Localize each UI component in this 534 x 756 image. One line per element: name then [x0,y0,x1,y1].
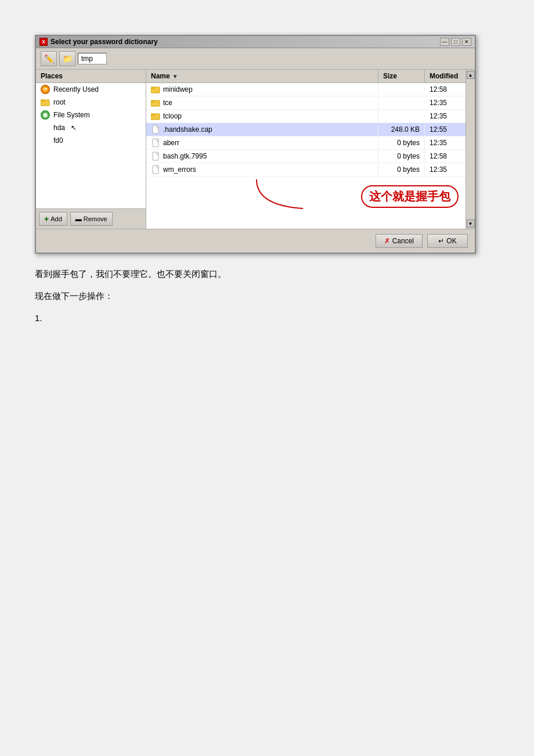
annotation-svg [164,177,396,229]
files-list: minidwep 12:58 tce [146,83,466,229]
place-label-file-system: File System [53,111,90,119]
scroll-up-button[interactable]: ▲ [467,71,475,79]
dialog-footer: ✗ Cancel ↵ OK [36,229,475,253]
root-folder-icon [41,98,50,107]
svg-rect-9 [153,139,158,147]
place-item-root[interactable]: root [36,96,146,109]
place-item-file-system[interactable]: ◉ File System [36,109,146,121]
file-size-cell-handshake: 248.0 KB [378,124,425,135]
file-modified-cell-bash-gtk: 12:58 [425,150,466,162]
file-row-tce[interactable]: tce 12:35 [146,96,466,110]
file-modified-cell-handshake: 12:55 [425,124,466,135]
col-header-size[interactable]: Size [378,70,425,82]
pencil-button[interactable]: ✏️ [41,51,57,66]
svg-rect-11 [153,165,158,174]
file-icon-wm-errors [151,165,160,174]
file-name-text-handshake: .handshake.cap [163,125,212,134]
file-name-text-aberr: aberr [163,139,179,147]
cursor-icon: ↖ [71,124,77,132]
file-name-text-minidwep: minidwep [163,85,193,93]
file-name-text-tce: tce [163,99,172,107]
fd0-icon [41,136,50,145]
file-name-cell-aberr: aberr [146,136,378,149]
place-label-root: root [53,98,66,106]
cancel-label: Cancel [392,237,414,245]
file-size-cell-bash-gtk: 0 bytes [378,150,425,162]
body-text: 看到握手包了，我们不要理它。也不要关闭窗口。 现在做下一步操作： 1. [35,265,499,327]
body-line-2: 现在做下一步操作： [35,287,499,305]
files-header: Name ▼ Size Modified [146,70,466,83]
sort-arrow-icon: ▼ [172,73,178,80]
cancel-button[interactable]: ✗ Cancel [376,234,423,248]
remove-button[interactable]: ▬ Remove [70,212,113,226]
body-line-1: 看到握手包了，我们不要理它。也不要关闭窗口。 [35,265,499,283]
file-row-bash-gtk[interactable]: bash.gtk.7995 0 bytes 12:58 [146,150,466,163]
file-row-handshake[interactable]: .handshake.cap 248.0 KB 12:55 [146,123,466,136]
annotation-bubble: 这个就是握手包 [361,185,459,208]
close-button[interactable]: ✕ [462,38,471,46]
file-modified-cell-aberr: 12:35 [425,137,466,149]
folder-icon-tce [151,98,160,107]
col-header-modified[interactable]: Modified [425,70,466,82]
cancel-icon: ✗ [384,237,390,245]
svg-rect-10 [153,152,158,160]
file-name-cell-wm-errors: wm_errors [146,163,378,176]
ok-button[interactable]: ↵ OK [427,234,468,248]
file-size-cell-minidwep [378,88,425,91]
svg-rect-8 [153,125,158,134]
pencil-icon: ✏️ [44,54,54,63]
add-label: Add [50,215,62,222]
recently-used-icon: ⟳ [41,85,50,94]
file-name-cell-minidwep: minidwep [146,83,378,96]
ok-label: OK [446,237,456,245]
titlebar: X Select your password dictionary — □ ✕ [36,36,475,48]
dialog-title-text: Select your password dictionary [50,38,158,46]
remove-icon: ▬ [75,215,82,222]
col-header-name[interactable]: Name ▼ [146,70,378,82]
place-item-fd0[interactable]: fd0 [36,134,146,147]
place-label-hda: hda [53,124,65,132]
file-modified-cell-wm-errors: 12:35 [425,164,466,175]
file-name-cell-tce: tce [146,96,378,109]
file-name-cell-handshake: .handshake.cap [146,123,378,136]
file-row-wm-errors[interactable]: wm_errors 0 bytes 12:35 [146,163,466,177]
dialog-title-area: X Select your password dictionary [39,38,158,46]
file-chooser-dialog: X Select your password dictionary — □ ✕ … [35,35,476,254]
file-row-tcloop[interactable]: tcloop 12:35 [146,110,466,123]
minimize-button[interactable]: — [440,38,449,46]
remove-label: Remove [84,215,107,222]
file-modified-cell-tcloop: 12:35 [425,110,466,122]
file-name-cell-bash-gtk: bash.gtk.7995 [146,150,378,163]
file-size-cell-tcloop [378,114,425,118]
folder-icon: 📁 [63,54,73,63]
file-name-text-tcloop: tcloop [163,112,182,120]
folder-up-button[interactable]: 📁 [59,51,75,66]
file-name-text-bash-gtk: bash.gtk.7995 [163,152,207,160]
ok-icon: ↵ [438,237,444,245]
file-row-minidwep[interactable]: minidwep 12:58 [146,83,466,96]
file-size-cell-wm-errors: 0 bytes [378,164,425,175]
file-system-icon: ◉ [41,110,50,120]
svg-rect-3 [151,87,154,89]
add-icon: + [44,214,49,224]
file-name-cell-tcloop: tcloop [146,110,378,123]
add-button[interactable]: + Add [39,212,67,226]
file-icon-aberr [151,138,160,147]
folder-icon-minidwep [151,85,160,94]
place-item-recently-used[interactable]: ⟳ Recently Used [36,83,146,96]
svg-rect-1 [41,100,44,102]
place-label-fd0: fd0 [53,136,63,145]
body-line-3: 1. [35,309,499,327]
current-location: tmp [78,53,107,64]
places-header: Places [36,70,146,83]
scroll-down-button[interactable]: ▼ [467,219,475,228]
file-modified-cell-minidwep: 12:58 [425,84,466,95]
place-item-hda[interactable]: hda ↖ [36,121,146,134]
places-panel: Places ⟳ Recently Used [36,70,146,229]
scrollbar[interactable]: ▲ ▼ [466,70,475,229]
file-row-aberr[interactable]: aberr 0 bytes 12:35 [146,136,466,150]
dialog-content: Places ⟳ Recently Used [36,70,475,229]
file-size-cell-tce [378,101,425,105]
maximize-button[interactable]: □ [451,38,460,46]
file-size-cell-aberr: 0 bytes [378,137,425,149]
